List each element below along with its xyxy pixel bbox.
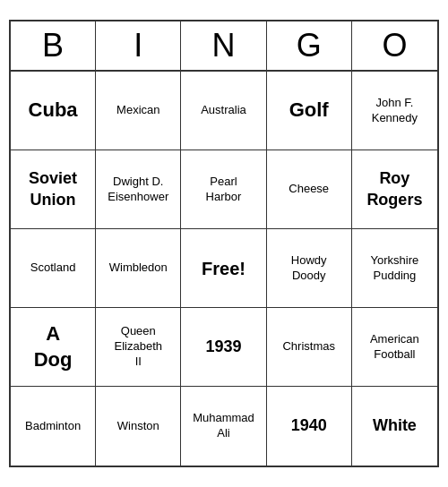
cell-r2-c4: YorkshirePudding <box>352 229 437 308</box>
cell-r0-c0: Cuba <box>11 72 96 150</box>
cell-r4-c0: Badminton <box>11 387 96 466</box>
cell-r2-c1: Wimbledon <box>96 229 181 308</box>
cell-r4-c1: Winston <box>96 387 181 466</box>
header-letter: G <box>267 21 352 70</box>
cell-r3-c3: Christmas <box>267 308 352 387</box>
bingo-card: BINGO CubaMexicanAustraliaGolfJohn F.Ken… <box>9 20 439 467</box>
header-letter: O <box>352 21 437 70</box>
header-letter: I <box>96 21 181 70</box>
bingo-grid: CubaMexicanAustraliaGolfJohn F.KennedySo… <box>11 72 437 466</box>
cell-r3-c1: QueenElizabethII <box>96 308 181 387</box>
cell-r2-c0: Scotland <box>11 229 96 308</box>
bingo-header: BINGO <box>11 21 437 72</box>
cell-r3-c2: 1939 <box>181 308 266 387</box>
cell-r1-c4: RoyRogers <box>352 150 437 229</box>
header-letter: B <box>11 21 96 70</box>
cell-r2-c2: Free! <box>181 229 266 308</box>
cell-r1-c0: SovietUnion <box>11 150 96 229</box>
cell-r3-c4: AmericanFootball <box>352 308 437 387</box>
cell-r0-c1: Mexican <box>96 72 181 150</box>
cell-r1-c1: Dwight D.Eisenhower <box>96 150 181 229</box>
cell-r0-c2: Australia <box>181 72 266 150</box>
header-letter: N <box>181 21 266 70</box>
cell-r4-c4: White <box>352 387 437 466</box>
cell-r3-c0: ADog <box>11 308 96 387</box>
cell-r4-c2: MuhammadAli <box>181 387 266 466</box>
cell-r4-c3: 1940 <box>267 387 352 466</box>
cell-r2-c3: HowdyDoody <box>267 229 352 308</box>
cell-r1-c3: Cheese <box>267 150 352 229</box>
cell-r0-c3: Golf <box>267 72 352 150</box>
cell-r1-c2: PearlHarbor <box>181 150 266 229</box>
cell-r0-c4: John F.Kennedy <box>352 72 437 150</box>
